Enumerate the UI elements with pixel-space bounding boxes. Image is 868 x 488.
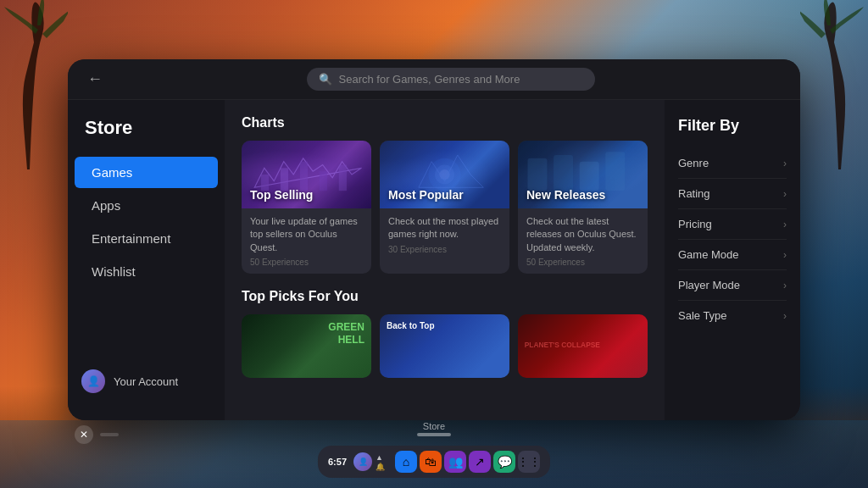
header-bar: ← 🔍 Search for Games, Genres and More: [68, 59, 800, 100]
picks-title: Top Picks For You: [242, 289, 648, 304]
chart-info-new-releases: Check out the latest releases on Oculus …: [518, 208, 648, 274]
close-button[interactable]: ✕: [75, 425, 93, 444]
svg-rect-4: [320, 171, 327, 191]
sidebar-item-games[interactable]: Games: [75, 157, 218, 188]
vr-panel: ← 🔍 Search for Games, Genres and More St…: [68, 59, 800, 420]
chart-card-new-releases[interactable]: New Releases Check out the latest releas…: [518, 141, 648, 274]
chart-card-top-selling[interactable]: Top Selling Your live update of games to…: [242, 141, 371, 274]
chart-count-new-releases: 50 Experiences: [526, 258, 639, 267]
store-label: Store: [423, 421, 445, 431]
sidebar: Store Games Apps Entertainment Wishlist …: [68, 100, 225, 420]
chart-info-top-selling: Your live update of games top sellers on…: [242, 208, 371, 274]
pick-card-back-to-top[interactable]: [380, 314, 509, 378]
avatar: 👤: [81, 369, 105, 393]
charts-title: Charts: [242, 115, 648, 130]
content-area: Charts Top Selling: [225, 100, 665, 420]
scroll-indicator: [417, 433, 451, 436]
filter-item-genre[interactable]: Genre ›: [678, 148, 787, 179]
battery-icon: 🔔: [376, 463, 385, 471]
svg-rect-5: [339, 165, 347, 191]
chart-desc-new-releases: Check out the latest releases on Oculus …: [526, 215, 639, 254]
filter-item-player-mode[interactable]: Player Mode ›: [678, 270, 787, 301]
filter-chevron-player-mode: ›: [783, 280, 787, 291]
svg-rect-3: [300, 162, 308, 191]
svg-rect-10: [527, 158, 547, 191]
taskbar-avatar: 👤: [353, 452, 372, 471]
sidebar-spacer: [68, 288, 225, 359]
chart-thumbnail-new-releases: New Releases: [518, 141, 648, 208]
window-controls: ✕: [75, 425, 119, 444]
svg-point-8: [439, 169, 449, 180]
account-row[interactable]: 👤 Your Account: [68, 359, 225, 403]
charts-grid: Top Selling Your live update of games to…: [242, 141, 648, 274]
sidebar-item-entertainment[interactable]: Entertainment: [75, 223, 218, 254]
svg-rect-11: [554, 155, 573, 191]
taskbar-icons: ⌂ 🛍 👥 ↗ 💬 ⋮⋮: [395, 451, 540, 473]
filter-title: Filter By: [678, 117, 787, 135]
taskbar-time: 6:57: [328, 457, 347, 467]
taskbar-home-button[interactable]: ⌂: [395, 451, 417, 473]
sidebar-item-apps[interactable]: Apps: [75, 190, 218, 221]
chart-info-most-popular: Check out the most played games right no…: [380, 208, 509, 261]
taskbar: 6:57 👤 ▲ 🔔 ⌂ 🛍 👥 ↗ 💬 ⋮⋮: [318, 446, 550, 478]
filter-chevron-pricing: ›: [783, 219, 787, 230]
filter-label-genre: Genre: [678, 157, 709, 169]
chart-thumbnail-most-popular: Most Popular: [380, 141, 509, 208]
filter-label-player-mode: Player Mode: [678, 279, 740, 291]
taskbar-grid-button[interactable]: ⋮⋮: [518, 451, 540, 473]
taskbar-store-button[interactable]: 🛍: [420, 451, 442, 473]
filter-chevron-rating: ›: [783, 188, 787, 200]
sidebar-title: Store: [68, 117, 225, 156]
filter-item-pricing[interactable]: Pricing ›: [678, 209, 787, 240]
wifi-icon: ▲: [376, 453, 385, 462]
filter-panel: Filter By Genre › Rating › Pricing › Gam…: [665, 100, 800, 420]
taskbar-share-button[interactable]: ↗: [469, 451, 491, 473]
back-button[interactable]: ←: [85, 70, 105, 88]
filter-label-sale-type: Sale Type: [678, 309, 727, 322]
picks-grid: PLANET'S COLLAPSE: [242, 314, 648, 378]
filter-chevron-sale-type: ›: [783, 310, 787, 322]
search-icon: 🔍: [319, 73, 332, 86]
filter-chevron-game-mode: ›: [783, 249, 787, 261]
search-placeholder: Search for Games, Genres and More: [339, 73, 520, 86]
taskbar-bar: 6:57 👤 ▲ 🔔 ⌂ 🛍 👥 ↗ 💬 ⋮⋮: [318, 446, 550, 478]
main-layout: Store Games Apps Entertainment Wishlist …: [68, 100, 800, 420]
chart-thumbnail-top-selling: Top Selling: [242, 141, 371, 208]
chart-count-top-selling: 50 Experiences: [250, 258, 363, 267]
pick-card-action[interactable]: PLANET'S COLLAPSE: [518, 314, 648, 378]
chart-desc-top-selling: Your live update of games top sellers on…: [250, 215, 363, 254]
chart-label-new-releases: New Releases: [526, 188, 605, 202]
filter-chevron-genre: ›: [783, 158, 787, 169]
filter-item-rating[interactable]: Rating ›: [678, 179, 787, 209]
filter-item-game-mode[interactable]: Game Mode ›: [678, 240, 787, 270]
chart-count-most-popular: 30 Experiences: [388, 245, 501, 254]
filter-label-game-mode: Game Mode: [678, 248, 739, 261]
chart-label-most-popular: Most Popular: [388, 188, 464, 202]
search-bar[interactable]: 🔍 Search for Games, Genres and More: [307, 68, 595, 91]
svg-rect-13: [605, 152, 625, 191]
svg-text:PLANET'S COLLAPSE: PLANET'S COLLAPSE: [525, 341, 601, 350]
chart-card-most-popular[interactable]: Most Popular Check out the most played g…: [380, 141, 509, 274]
taskbar-social-button[interactable]: 👥: [444, 451, 466, 473]
svg-rect-12: [580, 162, 599, 191]
minimize-button[interactable]: [100, 433, 119, 436]
pick-card-green-hell[interactable]: [242, 314, 371, 378]
filter-label-rating: Rating: [678, 187, 710, 200]
chart-desc-most-popular: Check out the most played games right no…: [388, 215, 501, 241]
filter-label-pricing: Pricing: [678, 218, 712, 230]
taskbar-chat-button[interactable]: 💬: [493, 451, 515, 473]
taskbar-status: ▲ 🔔: [376, 453, 385, 471]
account-name: Your Account: [114, 375, 178, 388]
chart-label-top-selling: Top Selling: [250, 188, 313, 202]
sidebar-item-wishlist[interactable]: Wishlist: [75, 256, 218, 287]
filter-item-sale-type[interactable]: Sale Type ›: [678, 301, 787, 330]
